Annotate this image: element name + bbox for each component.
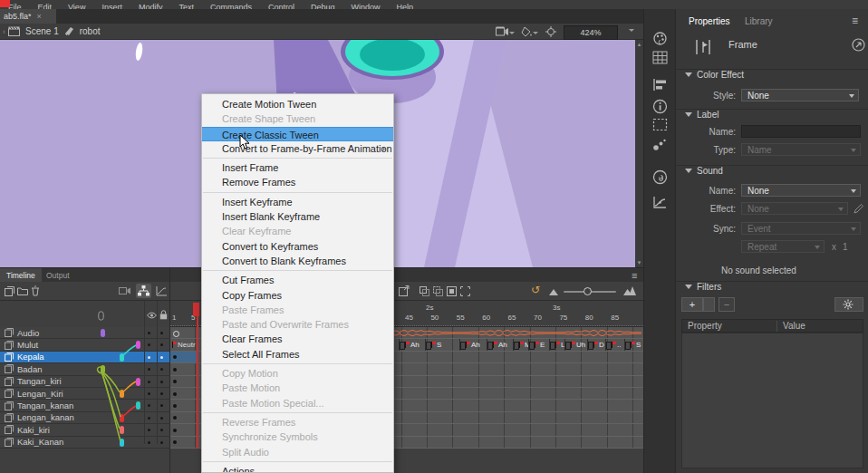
info-panel-icon[interactable] xyxy=(652,99,668,114)
parent-mark-tangan-kanan[interactable] xyxy=(136,401,140,410)
lock-dot[interactable] xyxy=(160,356,163,359)
menu-view[interactable]: View xyxy=(68,3,85,9)
add-filter-dropdown[interactable] xyxy=(703,297,715,312)
lock-dot[interactable] xyxy=(160,392,163,395)
delete-icon[interactable] xyxy=(31,285,40,296)
remove-filter-button[interactable]: − xyxy=(719,297,735,312)
menu-modify[interactable]: Modify xyxy=(139,3,163,9)
breadcrumb-symbol[interactable]: robot xyxy=(80,26,101,36)
parent-mark-badan[interactable] xyxy=(101,365,105,373)
visibility-dot[interactable] xyxy=(148,356,150,359)
menu-insert[interactable]: Insert xyxy=(101,3,122,9)
zoom-chevron-icon[interactable] xyxy=(629,29,634,32)
fill-icon[interactable] xyxy=(521,26,533,37)
timeline-zoom-slider[interactable] xyxy=(564,291,616,293)
swatches-panel-icon[interactable] xyxy=(652,51,668,66)
sound-name-select[interactable]: None xyxy=(741,184,861,197)
cc-libraries-panel-icon[interactable] xyxy=(652,169,668,185)
timeline-zoom-slider-knob[interactable] xyxy=(583,287,592,295)
tab-properties[interactable]: Properties xyxy=(689,16,730,26)
modify-markers-icon[interactable] xyxy=(460,286,470,296)
menu-item-clear-frames[interactable]: Clear Frames xyxy=(202,332,393,346)
visibility-dot[interactable] xyxy=(148,441,150,444)
menu-debug[interactable]: Debug xyxy=(311,3,335,9)
tab-output[interactable]: Output xyxy=(40,268,76,282)
camera-icon[interactable] xyxy=(119,286,131,295)
menu-item-cut-frames[interactable]: Cut Frames xyxy=(202,273,393,287)
camera-dropdown-arrow-icon[interactable] xyxy=(509,32,515,34)
new-folder-icon[interactable] xyxy=(17,286,28,295)
menu-item-convert-to-keyframes[interactable]: Convert to Keyframes xyxy=(202,239,393,254)
parent-mark-kepala[interactable] xyxy=(120,353,124,362)
menu-item-insert-frame[interactable]: Insert Frame xyxy=(202,160,393,175)
back-chevron-icon[interactable]: ‹ xyxy=(3,27,5,36)
zoom-out-icon[interactable] xyxy=(549,289,558,295)
transform-panel-icon[interactable] xyxy=(652,118,668,133)
menu-edit[interactable]: Edit xyxy=(38,3,53,9)
label-name-input[interactable] xyxy=(741,125,861,138)
menu-item-select-all-frames[interactable]: Select All Frames xyxy=(202,347,393,362)
menu-item-create-classic-tween[interactable]: Create Classic Tween xyxy=(202,127,393,141)
section-color-effect[interactable]: Color Effect xyxy=(676,69,868,82)
motion-editor-panel-icon[interactable] xyxy=(652,196,668,211)
hamburger-icon[interactable]: ≡ xyxy=(852,14,858,27)
edit-multiple-frames-icon[interactable] xyxy=(447,286,457,296)
breadcrumb-scene[interactable]: Scene 1 xyxy=(25,26,59,36)
center-stage-icon[interactable] xyxy=(545,26,556,37)
menu-item-remove-frames[interactable]: Remove Frames xyxy=(202,175,393,189)
menu-item-create-motion-tween[interactable]: Create Motion Tween xyxy=(202,97,393,111)
lock-dot[interactable] xyxy=(160,381,163,383)
style-select[interactable]: None xyxy=(741,89,859,101)
eye-icon[interactable] xyxy=(147,312,157,319)
menu-item-actions[interactable]: Actions xyxy=(202,464,393,473)
fill-dropdown-arrow-icon[interactable] xyxy=(533,32,538,34)
section-sound[interactable]: Sound xyxy=(676,165,868,179)
loop-icon[interactable]: ↺ xyxy=(531,284,540,296)
menu-file[interactable]: File xyxy=(8,3,22,9)
lock-dot[interactable] xyxy=(160,441,163,444)
parent-mark-kaki-kanan[interactable] xyxy=(120,439,124,447)
parent-mark-kaki-kiri[interactable] xyxy=(120,426,124,434)
menu-item-convert-to-frame-by-frame-animation[interactable]: Convert to Frame-by-Frame Animation› xyxy=(202,141,393,156)
graph-icon[interactable] xyxy=(156,285,168,296)
menu-item-insert-blank-keyframe[interactable]: Insert Blank Keyframe xyxy=(202,209,393,224)
camera-dropdown-icon[interactable] xyxy=(496,26,509,36)
visibility-dot[interactable] xyxy=(148,417,150,420)
onion-skin-outline-icon[interactable] xyxy=(433,286,443,296)
parent-mark-tangan-kiri[interactable] xyxy=(136,378,140,386)
parent-mark-mulut[interactable] xyxy=(136,341,140,349)
parent-mark-audio[interactable] xyxy=(101,329,105,337)
filter-options-button[interactable] xyxy=(834,297,863,312)
menu-commands[interactable]: Commands xyxy=(210,3,252,9)
add-filter-button[interactable]: + xyxy=(681,297,703,312)
visibility-dot[interactable] xyxy=(148,392,150,395)
scroll-down-icon[interactable]: ▼ xyxy=(635,260,643,265)
parent-mark-lengan-kanan[interactable] xyxy=(120,414,124,422)
close-icon[interactable]: × xyxy=(37,12,42,21)
menu-window[interactable]: Window xyxy=(352,3,381,9)
scroll-up-icon[interactable]: ▲ xyxy=(635,42,643,47)
visibility-dot[interactable] xyxy=(148,332,150,334)
menu-item-copy-frames[interactable]: Copy Frames xyxy=(202,288,393,303)
menu-help[interactable]: Help xyxy=(397,3,414,9)
brush-library-panel-icon[interactable] xyxy=(652,138,668,153)
lock-icon[interactable] xyxy=(159,310,168,320)
zoom-level-select[interactable]: 424% xyxy=(564,25,618,40)
visibility-dot[interactable] xyxy=(148,381,150,383)
menu-item-convert-to-blank-keyframes[interactable]: Convert to Blank Keyframes xyxy=(202,254,393,268)
playhead-marker[interactable] xyxy=(193,303,199,316)
tab-library[interactable]: Library xyxy=(745,16,773,26)
filters-table-body[interactable] xyxy=(681,333,863,468)
parenting-view-icon[interactable] xyxy=(136,284,151,298)
lock-dot[interactable] xyxy=(160,332,163,334)
timeline-panel-menu-icon[interactable]: ≡ xyxy=(632,270,637,281)
tab-timeline[interactable]: Timeline xyxy=(0,268,42,282)
menu-item-insert-keyframe[interactable]: Insert Keyframe xyxy=(202,195,393,209)
document-tab[interactable]: ab5.fla* × xyxy=(0,9,56,24)
onion-skin-icon[interactable] xyxy=(420,286,429,296)
new-layer-icon[interactable] xyxy=(5,286,14,296)
zoom-in-icon[interactable] xyxy=(623,286,636,295)
section-filters[interactable]: Filters xyxy=(676,281,868,294)
learn-more-icon[interactable] xyxy=(852,38,865,52)
align-panel-icon[interactable] xyxy=(652,78,668,93)
